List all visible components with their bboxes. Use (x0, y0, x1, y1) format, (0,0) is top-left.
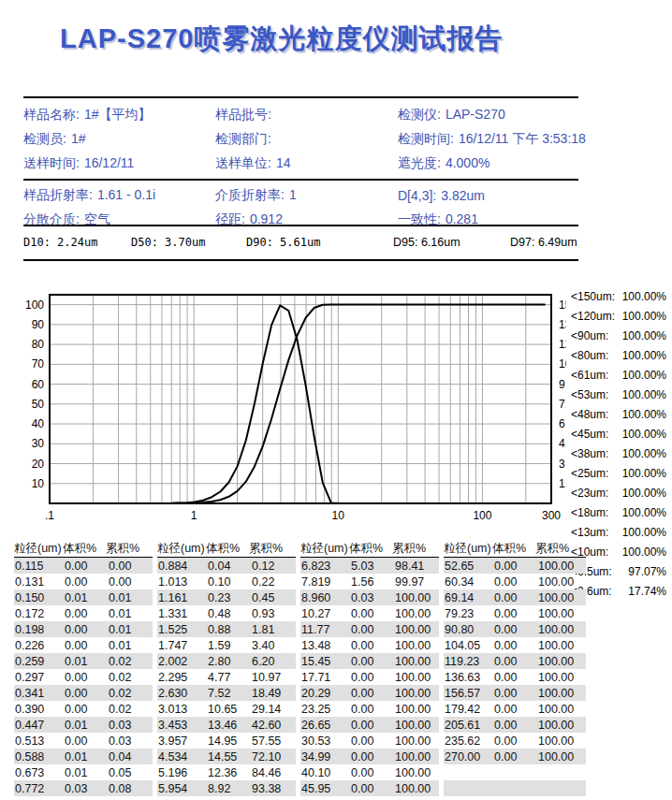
table-cell: 10.65 (207, 703, 251, 716)
d-value-D95: D95: 6.16um (393, 236, 460, 249)
table-cell: 0.12 (251, 560, 296, 573)
table-row: 1.1610.230.45 (157, 589, 296, 605)
table-cell: 0.226 (14, 639, 64, 652)
cumulative-item-label: <38um: (571, 447, 608, 460)
table-cell: 0.390 (14, 703, 64, 716)
table-row: 17.710.00100.00 (300, 669, 439, 685)
table-cell: 0.884 (157, 560, 207, 573)
table-cell: 17.71 (300, 671, 350, 684)
cumulative-item-value: 100.00% (622, 369, 666, 382)
table-cell: 100.00 (537, 655, 586, 668)
table-row: 15.450.00100.00 (300, 653, 439, 669)
table-cell: 1.525 (157, 623, 207, 636)
table-cell: 1.81 (251, 623, 296, 636)
table-cell: 1.56 (350, 575, 394, 589)
table-row: 5.9548.9293.38 (157, 780, 296, 796)
table-cell: 30.53 (300, 735, 350, 748)
table-cell: 0.93 (251, 607, 296, 620)
table-header-cell: 累积% (392, 541, 439, 557)
right-axis-tick: 6 (559, 417, 565, 430)
table-cell: 0.172 (14, 607, 64, 620)
table-row: 23.250.00100.00 (300, 701, 439, 717)
table-cell: 100.00 (394, 639, 439, 652)
table-row: 156.570.00100.00 (444, 685, 586, 701)
cumulative-item-label: <23um: (571, 487, 608, 500)
right-axis-tick: 3 (559, 458, 565, 471)
table-cell: 10.97 (251, 671, 296, 684)
table-cell: 0.22 (251, 575, 296, 589)
table-row: 0.1980.000.01 (14, 621, 153, 637)
param-field: D[4,3]:3.82um (398, 188, 646, 203)
table-cell: 11.77 (300, 623, 350, 636)
table-cell: 0.05 (108, 766, 153, 779)
info-row: 检测员:1#检测部门:检测时间:16/12/11 下午 3:53:18 (23, 127, 646, 152)
table-header-cell: 体积% (349, 541, 392, 557)
table-cell: 0.00 (350, 687, 394, 700)
table-row: 270.000.00100.00 (444, 749, 586, 764)
table-cell: 6.20 (251, 655, 296, 668)
cumulative-item: <13um:100.00% (571, 522, 666, 542)
cumulative-item-label: <13um: (571, 526, 608, 539)
info-label: 检测部门: (215, 131, 271, 146)
table-cell: 0.00 (64, 671, 108, 684)
cumulative-item-label: <45um: (571, 428, 608, 441)
table-row: 136.630.00100.00 (444, 669, 586, 685)
info-row: 送样时间:16/12/11送样单位:14遮光度:4.000% (23, 152, 646, 176)
table-cell: 270.00 (444, 750, 493, 764)
cumulative-item: <48um:100.00% (571, 404, 666, 424)
cumulative-item-value: 100.00% (622, 428, 666, 441)
param-row: 分散介质:空气径距:0.912一致性:0.281 (23, 208, 646, 232)
info-value: LAP-S270 (446, 107, 505, 122)
table-cell: 0.00 (493, 719, 537, 732)
cumulative-item-label: <90um: (571, 329, 608, 342)
divider-line (23, 259, 578, 261)
d-percentile-row: D10: 2.24umD50: 3.70umD90: 5.61umD95: 6.… (23, 236, 641, 255)
table-row: 0.1150.000.00 (14, 558, 153, 574)
table-cell: 3.453 (157, 719, 207, 732)
table-cell: 0.03 (350, 591, 394, 604)
table-cell: 100.00 (394, 719, 439, 732)
table-header-cell: 体积% (63, 541, 106, 557)
cumulative-item-label: <80um: (571, 349, 608, 362)
table-cell: 0.673 (14, 766, 64, 779)
table-row: 8.9600.03100.00 (300, 589, 439, 605)
x-axis-tick: 300 (542, 509, 561, 522)
table-cell: 104.05 (444, 639, 493, 652)
table-row: 0.1500.010.01 (14, 589, 153, 605)
table-row: 69.140.00100.00 (444, 589, 586, 605)
table-row: 0.8840.040.12 (157, 558, 296, 574)
info-label: 样品名称: (23, 107, 80, 122)
table-cell: 0.01 (64, 766, 108, 779)
table-cell: 0.01 (108, 607, 153, 620)
table-cell: 0.02 (108, 671, 153, 684)
table-row: 11.770.00100.00 (300, 621, 439, 637)
info-field: 送样时间:16/12/11 (23, 155, 215, 172)
table-cell: 0.08 (108, 782, 153, 795)
table-cell: 0.00 (493, 575, 537, 589)
x-axis-tick: 10 (332, 509, 345, 522)
table-cell: 0.00 (350, 639, 394, 652)
right-axis-tick: 9 (559, 378, 565, 391)
data-table-group: 粒径(um)体积%累积%6.8235.0398.417.8191.5699.97… (300, 540, 439, 796)
param-field: 样品折射率:1.61 - 0.1i (23, 187, 215, 204)
table-cell: 0.00 (350, 655, 394, 668)
cumulative-item: <61um:100.00% (571, 365, 666, 385)
table-cell: 0.03 (108, 719, 153, 732)
info-label: 遮光度: (398, 155, 441, 170)
table-cell: 100.00 (537, 607, 586, 620)
table-cell: 100.00 (394, 750, 439, 764)
table-cell: 90.80 (444, 623, 493, 636)
sample-info-section: 样品名称:1#【平均】样品批号:检测仪:LAP-S270检测员:1#检测部门:检… (23, 103, 646, 176)
table-row: 52.650.00100.00 (444, 558, 586, 574)
info-label: 样品批号: (215, 107, 271, 122)
table-cell: 0.447 (14, 719, 64, 732)
table-header-cell: 累积% (249, 541, 296, 557)
table-cell: 100.00 (537, 591, 586, 604)
param-label: 介质折射率: (215, 187, 285, 202)
table-cell: 0.00 (64, 575, 108, 589)
cumulative-item-value: 100.00% (622, 388, 666, 401)
info-row: 样品名称:1#【平均】样品批号:检测仪:LAP-S270 (23, 103, 646, 127)
table-row: 2.2954.7710.97 (157, 669, 296, 685)
table-cell: 98.41 (394, 560, 439, 573)
table-row: 4.53414.5572.10 (157, 749, 296, 764)
